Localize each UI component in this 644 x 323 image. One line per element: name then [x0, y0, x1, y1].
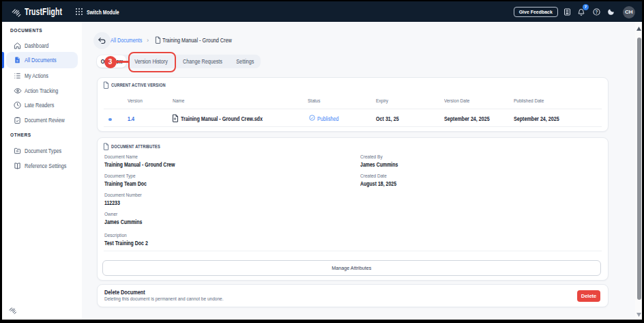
svg-text:?: ? [596, 10, 598, 14]
